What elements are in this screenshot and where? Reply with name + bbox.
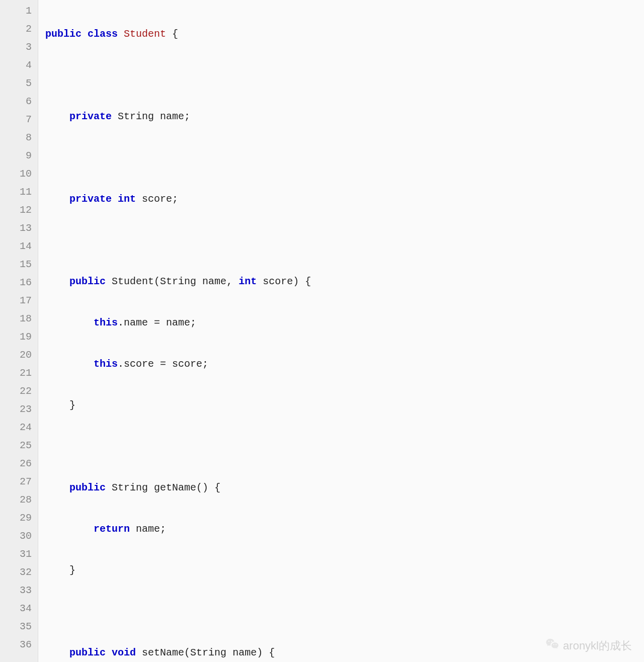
code-line: public class Student {: [45, 25, 644, 43]
code-line: }: [45, 396, 644, 415]
wechat-icon: [545, 637, 560, 655]
line-number: 26: [4, 455, 32, 473]
line-number: 15: [4, 256, 32, 274]
code-line: this.score = score;: [45, 355, 644, 373]
line-number: 25: [4, 437, 32, 455]
line-number: 21: [4, 364, 32, 382]
line-number: 11: [4, 183, 32, 201]
code-line: private String name;: [45, 108, 644, 126]
line-number: 31: [4, 545, 32, 563]
line-number: 32: [4, 563, 32, 582]
line-number: 8: [4, 129, 32, 147]
code-editor: 1 2 3 4 5 6 7 8 9 10 11 12 13 14 15 16 1…: [0, 0, 644, 662]
line-number: 2: [4, 20, 32, 38]
line-number: 17: [4, 292, 32, 310]
code-line: [45, 603, 644, 621]
line-number: 12: [4, 201, 32, 219]
code-line: return name;: [45, 520, 644, 538]
line-number: 10: [4, 165, 32, 183]
line-number: 5: [4, 74, 32, 93]
line-number: 20: [4, 346, 32, 364]
line-number: 19: [4, 328, 32, 346]
line-number: 3: [4, 38, 32, 56]
line-number: 4: [4, 56, 32, 74]
line-number: 7: [4, 111, 32, 129]
line-number: 33: [4, 582, 32, 600]
line-number: 6: [4, 93, 32, 111]
line-number: 16: [4, 274, 32, 292]
line-number: 9: [4, 147, 32, 165]
line-number: 13: [4, 219, 32, 237]
code-line: public String getName() {: [45, 479, 644, 497]
line-number: 27: [4, 473, 32, 491]
line-number: 1: [4, 2, 32, 20]
line-gutter: 1 2 3 4 5 6 7 8 9 10 11 12 13 14 15 16 1…: [0, 0, 38, 662]
watermark-text: aronykl的成长: [563, 638, 632, 653]
code-line: [45, 231, 644, 250]
line-number: 36: [4, 636, 32, 654]
code-area[interactable]: public class Student { private String na…: [38, 0, 644, 662]
code-line: this.name = name;: [45, 314, 644, 332]
line-number: 28: [4, 491, 32, 509]
code-line: [45, 149, 644, 167]
line-number: 14: [4, 237, 32, 256]
line-number: 30: [4, 527, 32, 545]
code-line: [45, 66, 644, 85]
code-line: private int score;: [45, 190, 644, 208]
line-number: 18: [4, 310, 32, 328]
line-number: 35: [4, 618, 32, 636]
line-number: 29: [4, 509, 32, 527]
line-number: 23: [4, 400, 32, 419]
line-number: 24: [4, 419, 32, 437]
watermark: aronykl的成长: [545, 637, 632, 655]
code-line: }: [45, 561, 644, 580]
line-number: 34: [4, 600, 32, 618]
line-number: 22: [4, 382, 32, 400]
code-line: public Student(String name, int score) {: [45, 273, 644, 291]
code-line: [45, 438, 644, 456]
